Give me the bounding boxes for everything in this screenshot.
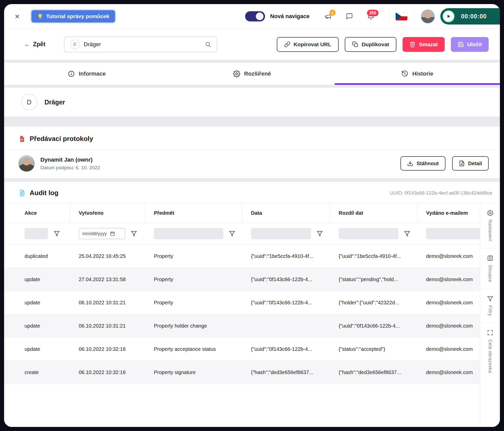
duplicate-label: Duplikovat <box>362 41 389 47</box>
page-header: ← Zpět D Kopírovat URL Duplikovat Smazat <box>4 29 500 60</box>
time-tracker-button[interactable]: 00:00:00 <box>440 8 500 25</box>
filter-input-akce[interactable] <box>25 228 48 239</box>
table-header-row: Akce Vytvořeno Předmět Data Rozdíl dat V… <box>4 203 480 223</box>
user-avatar[interactable] <box>421 9 435 23</box>
cell-data: {"uuid":"0f143c66-122b-4... <box>242 268 330 291</box>
audit-title: Audit log <box>30 189 59 197</box>
date-placeholder: mm/dd/yyyy <box>82 231 107 236</box>
audit-uuid: UUID: 0f143c66-122b-4ecf-ad3f-136c424d48… <box>390 190 492 196</box>
entity-avatar: D <box>21 94 37 110</box>
new-navigation-toggle[interactable] <box>245 11 265 21</box>
table-row: create 06.10.2022 10:32:16 Property sign… <box>4 361 480 384</box>
filter-icon <box>487 296 493 302</box>
cell-predmet: Property <box>145 268 242 291</box>
pdf-icon <box>18 135 26 142</box>
topbar: × Tutorial správy pomůcek Nová navigace … <box>4 4 500 29</box>
back-link[interactable]: ← Zpět <box>24 41 45 48</box>
download-icon <box>407 160 413 166</box>
notifications-button[interactable]: 255 <box>367 13 374 20</box>
copy-url-button[interactable]: Kopírovat URL <box>277 37 339 52</box>
back-arrow-icon: ← <box>24 41 30 48</box>
protocols-header: Předávací protokoly <box>4 127 500 143</box>
handover-protocols-section: Předávací protokoly Dynamit Jan (ownr) D… <box>4 127 500 178</box>
detail-button[interactable]: Detail <box>452 156 489 171</box>
filter-icon-rozdil-dat[interactable] <box>404 231 410 237</box>
column-header-akce: Akce <box>4 203 70 223</box>
topbar-right: Nová navigace 1 255 <box>245 8 500 25</box>
rail-item-filtry[interactable]: Filtry <box>480 289 500 323</box>
delete-button[interactable]: Smazat <box>403 37 445 52</box>
cell-vytvoreno: 06.10.2022 10:32:16 <box>70 361 145 384</box>
play-button[interactable] <box>442 10 455 23</box>
rail-item-sloupce[interactable]: Sloupce <box>480 248 500 289</box>
search-icon <box>205 41 211 47</box>
flag-blue-triangle <box>396 12 402 20</box>
trash-icon <box>409 41 416 47</box>
filter-icon-data[interactable] <box>317 231 323 237</box>
cell-predmet: Property signature <box>145 361 242 384</box>
search-entity-avatar: D <box>70 40 80 49</box>
cell-akce: update <box>4 291 70 314</box>
filter-cell-predmet <box>145 223 242 244</box>
tab-rozsirene[interactable]: Rozšířené <box>169 63 335 85</box>
divider <box>414 10 414 22</box>
header-actions: Kopírovat URL Duplikovat Smazat Uložit <box>277 37 489 52</box>
rail-item-nastaveni[interactable]: Nastavení <box>480 203 500 248</box>
cell-akce: update <box>4 338 70 361</box>
table-row: duplicated 25.04.2022 16:45:25 Property … <box>4 245 480 268</box>
document-icon <box>459 160 465 166</box>
tutorial-button[interactable]: Tutorial správy pomůcek <box>31 10 115 22</box>
column-header-data: Data <box>242 203 330 223</box>
entity-search-box[interactable]: D <box>64 37 217 52</box>
filter-icon-akce[interactable] <box>54 231 60 237</box>
filter-cell-data <box>242 223 330 244</box>
chat-button[interactable] <box>346 13 353 20</box>
audit-header: Audit log UUID: 0f143c66-122b-4ecf-ad3f-… <box>4 182 500 203</box>
close-button[interactable]: × <box>15 12 20 20</box>
tab-rozsirene-label: Rozšířené <box>244 70 271 77</box>
person-meta: Dynamit Jan (ownr) Datum podpisu: 6. 10.… <box>40 157 100 171</box>
announcements-button[interactable]: 1 <box>324 13 331 20</box>
cell-rozdil-dat: {"hash":"ded3e656ef8637... <box>330 361 417 384</box>
filter-icon-predmet[interactable] <box>229 231 235 237</box>
tab-historie[interactable]: Historie <box>335 63 500 85</box>
chat-icon <box>346 13 353 20</box>
table-row: update 27.04.2022 13:31:58 Property {"uu… <box>4 268 480 291</box>
duplicate-button[interactable]: Duplikovat <box>345 37 396 52</box>
search-input[interactable] <box>84 41 201 48</box>
detail-label: Detail <box>468 161 482 166</box>
date-filter-input[interactable]: mm/dd/yyyy <box>79 228 125 239</box>
copy-url-label: Kopírovat URL <box>294 41 331 47</box>
rail-label-cela-obrazovka: Celá obrazovka <box>487 339 493 373</box>
filter-input-data[interactable] <box>251 228 311 239</box>
column-header-rozdil-dat: Rozdíl dat <box>330 203 417 223</box>
cell-predmet: Property <box>145 291 242 314</box>
table-row: update 06.10.2022 10:32:16 Property acce… <box>4 338 480 361</box>
tab-historie-label: Historie <box>412 70 433 77</box>
cell-data <box>242 314 330 337</box>
download-button[interactable]: Stáhnout <box>400 156 445 171</box>
cell-data: {"hash":"ded3e656ef8637... <box>242 361 330 384</box>
rail-item-cela-obrazovka[interactable]: Celá obrazovka <box>480 323 500 380</box>
save-button[interactable]: Uložit <box>451 37 489 52</box>
signature-date: Datum podpisu: 6. 10. 2022 <box>40 165 100 171</box>
play-icon <box>445 13 452 19</box>
fullscreen-icon <box>487 330 493 336</box>
tab-informace[interactable]: Informace <box>4 63 169 85</box>
cell-akce: create <box>4 361 70 384</box>
tab-informace-label: Informace <box>79 70 106 77</box>
filter-cell-akce <box>4 223 70 244</box>
filter-input-predmet[interactable] <box>154 228 223 239</box>
language-flag-czech[interactable] <box>396 12 407 20</box>
save-label: Uložit <box>467 41 482 47</box>
cell-akce: update <box>4 314 70 337</box>
history-icon <box>401 70 408 77</box>
cell-vytvoreno: 25.04.2022 16:45:25 <box>70 245 145 268</box>
table-row: update 06.10.2022 10:31:21 Property {"uu… <box>4 291 480 314</box>
cell-rozdil-dat: {"status":"pending","hold... <box>330 268 417 291</box>
cell-vytvoreno: 06.10.2022 10:31:21 <box>70 314 145 337</box>
cell-rozdil-dat: {"status":"accepted"} <box>330 338 417 361</box>
filter-icon-vytvoreno[interactable] <box>131 231 137 237</box>
filter-input-rozdil-dat[interactable] <box>339 228 398 239</box>
cell-rozdil-dat: {"uuid":"1be5ccfa-4910-4f... <box>330 245 417 268</box>
